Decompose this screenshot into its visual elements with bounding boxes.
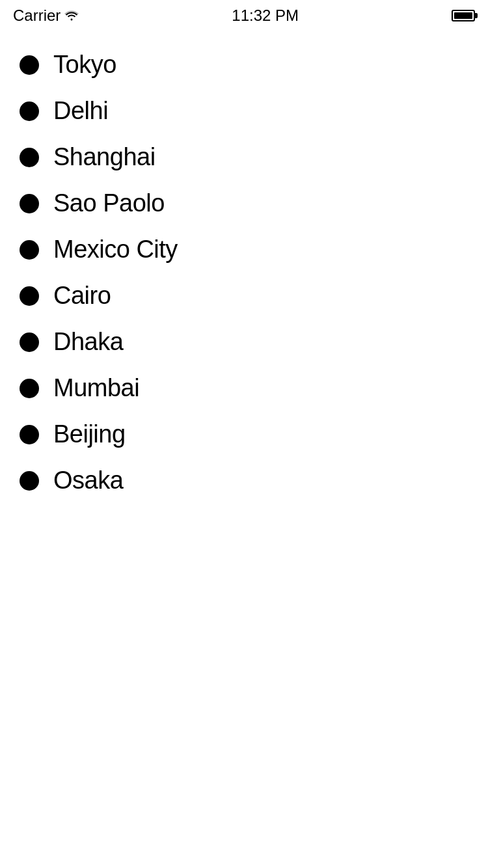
list-item[interactable]: Beijing [0, 411, 488, 457]
list-item[interactable]: Cairo [0, 273, 488, 319]
city-name: Osaka [53, 467, 123, 495]
city-name: Tokyo [53, 51, 116, 79]
city-dot-icon [20, 379, 39, 398]
city-name: Dhaka [53, 328, 123, 356]
city-name: Beijing [53, 420, 126, 448]
city-name: Shanghai [53, 143, 156, 171]
city-list: TokyoDelhiShanghaiSao PaoloMexico CityCa… [0, 29, 488, 504]
list-item[interactable]: Tokyo [0, 42, 488, 88]
city-name: Sao Paolo [53, 189, 165, 217]
list-item[interactable]: Shanghai [0, 134, 488, 180]
list-item[interactable]: Mexico City [0, 226, 488, 273]
city-name: Mumbai [53, 374, 139, 402]
status-bar: Carrier 11:32 PM [0, 0, 488, 29]
city-dot-icon [20, 286, 39, 306]
city-dot-icon [20, 148, 39, 167]
city-dot-icon [20, 240, 39, 260]
list-item[interactable]: Mumbai [0, 365, 488, 411]
list-item[interactable]: Dhaka [0, 319, 488, 365]
city-dot-icon [20, 55, 39, 75]
list-item[interactable]: Osaka [0, 457, 488, 504]
status-carrier: Carrier [13, 7, 79, 25]
city-dot-icon [20, 102, 39, 121]
city-dot-icon [20, 194, 39, 213]
status-battery [452, 10, 475, 21]
carrier-label: Carrier [13, 7, 61, 25]
list-item[interactable]: Sao Paolo [0, 180, 488, 226]
list-item[interactable]: Delhi [0, 88, 488, 134]
city-dot-icon [20, 471, 39, 491]
city-dot-icon [20, 425, 39, 444]
city-dot-icon [20, 332, 39, 352]
battery-fill [454, 12, 472, 19]
wifi-icon [64, 7, 79, 25]
city-name: Mexico City [53, 236, 178, 264]
city-name: Cairo [53, 282, 111, 310]
status-time: 11:32 PM [232, 7, 299, 25]
battery-icon [452, 10, 475, 21]
city-name: Delhi [53, 97, 108, 125]
